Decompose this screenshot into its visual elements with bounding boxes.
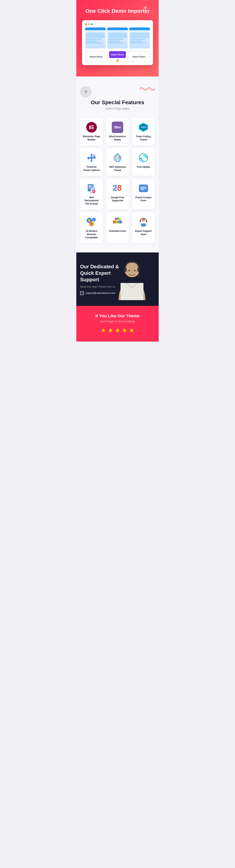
seo-label: SEO Optimized Theme bbox=[109, 165, 126, 172]
gear-label: Powerful Theme Options bbox=[83, 165, 100, 172]
support-title: Our Dedicated & Quick Expert Support bbox=[80, 264, 122, 283]
demo-screenshot-2 bbox=[107, 28, 128, 49]
feature-card-woocommerce: Woo WooCommerce Ready bbox=[106, 118, 129, 145]
features-grid: Elementor Page Builder Woo WooCommerce R… bbox=[80, 118, 155, 243]
svg-rect-60 bbox=[140, 220, 141, 222]
svg-rect-35 bbox=[116, 184, 117, 192]
star-4: ★ bbox=[122, 327, 127, 334]
feature-card-unlimited-color: Unlimited Color bbox=[106, 212, 129, 243]
svg-text:8: 8 bbox=[117, 183, 122, 192]
feature-card-clean-coding: </> Clean Coding Theme bbox=[132, 118, 155, 145]
svg-rect-9 bbox=[91, 160, 92, 162]
support-icon bbox=[138, 216, 149, 228]
update-icon bbox=[138, 152, 149, 163]
fluent-icon bbox=[138, 183, 149, 194]
feature-card-powerful-theme: Powerful Theme Options bbox=[80, 148, 103, 176]
feature-card-expert-support: Expert Support Team bbox=[132, 212, 155, 243]
cursor-icon: ☝ bbox=[115, 58, 120, 62]
rating-subtitle: Don't Forget To Give Us Rating! bbox=[80, 320, 155, 323]
svg-rect-52 bbox=[118, 220, 119, 223]
seo-icon bbox=[112, 152, 123, 163]
color-label: Unlimited Color bbox=[109, 229, 126, 233]
svg-point-68 bbox=[128, 270, 130, 272]
svg-point-47 bbox=[91, 223, 92, 225]
email-icon: ✉ bbox=[80, 291, 84, 295]
svg-point-17 bbox=[94, 155, 94, 156]
elementor-label: Elementor Page Builder bbox=[83, 135, 100, 142]
font-icon: 2 8 bbox=[112, 183, 123, 194]
browser-dot-green bbox=[91, 23, 93, 25]
import-demo-btn-3[interactable]: Import Demo bbox=[128, 51, 150, 62]
demo-buttons: Import Demo Import Demo ☝ Import Demo bbox=[85, 51, 150, 62]
svg-point-56 bbox=[115, 218, 117, 220]
gear-icon bbox=[86, 152, 97, 163]
coding-label: Clean Coding Theme bbox=[135, 135, 152, 142]
svg-rect-53 bbox=[119, 220, 121, 223]
svg-rect-50 bbox=[114, 220, 116, 223]
stars-container: ★ ★ ★ ★ ★ bbox=[80, 327, 155, 334]
svg-point-69 bbox=[134, 270, 136, 272]
update-label: Free Update bbox=[135, 165, 152, 169]
feature-card-fluent-contact: Fluent Contact Form bbox=[132, 179, 155, 209]
support-email: ✉ support@radiustheme.com bbox=[80, 291, 122, 295]
svg-text:e: e bbox=[93, 219, 94, 221]
feature-card-google-font: 2 8 Google Font Supported bbox=[106, 179, 129, 209]
doc-label: Well Documented File Include bbox=[83, 196, 100, 206]
hero-section: One Click Demo Importer bbox=[76, 0, 159, 76]
feature-card-all-browser: e All Modern Browser Compatible bbox=[80, 212, 103, 243]
woo-label: WooCommerce Ready bbox=[109, 135, 126, 142]
feature-card-free-update: Free Update bbox=[132, 148, 155, 176]
feature-decoration-cross: ✚ bbox=[80, 86, 92, 97]
demo-screenshot-1 bbox=[85, 28, 106, 49]
feature-card-elementor: Elementor Page Builder bbox=[80, 118, 103, 145]
svg-rect-62 bbox=[141, 223, 146, 226]
woo-icon: Woo bbox=[112, 122, 123, 133]
star-5: ★ bbox=[129, 327, 134, 334]
svg-rect-0 bbox=[90, 126, 91, 129]
svg-rect-61 bbox=[146, 220, 147, 222]
feature-card-seo: SEO Optimized Theme bbox=[106, 148, 129, 176]
font-label: Google Font Supported bbox=[109, 196, 126, 203]
demo-screenshot-3 bbox=[129, 28, 150, 49]
fluent-label: Fluent Contact Form bbox=[135, 196, 152, 203]
svg-rect-8 bbox=[91, 154, 92, 156]
svg-rect-65 bbox=[124, 268, 127, 272]
svg-rect-64 bbox=[121, 283, 143, 300]
svg-rect-27 bbox=[89, 185, 92, 186]
support-label: Expert Support Team bbox=[135, 229, 152, 236]
svg-point-67 bbox=[138, 275, 140, 277]
doc-icon bbox=[86, 183, 97, 194]
import-demo-btn-2[interactable]: Import Demo bbox=[109, 51, 126, 58]
features-title: Our Special Features bbox=[80, 99, 155, 105]
elementor-icon bbox=[86, 122, 97, 133]
support-section: Our Dedicated & Quick Expert Support Nee… bbox=[76, 252, 159, 306]
browser-dot-yellow bbox=[88, 23, 90, 25]
svg-rect-3 bbox=[91, 128, 94, 129]
hero-decoration bbox=[143, 6, 155, 17]
demo-browser: Import Demo Import Demo ☝ Import Demo bbox=[82, 20, 153, 65]
star-1: ★ bbox=[101, 327, 106, 334]
svg-rect-1 bbox=[91, 126, 94, 126]
import-demo-btn-1[interactable]: Import Demo bbox=[85, 51, 107, 62]
svg-point-7 bbox=[90, 156, 93, 159]
svg-point-42 bbox=[88, 219, 90, 221]
coding-icon: </> bbox=[138, 122, 149, 133]
browser-icon: e bbox=[86, 216, 97, 228]
support-subtitle: Need Any Help? Please Mail Us bbox=[80, 285, 122, 288]
support-content: Our Dedicated & Quick Expert Support Nee… bbox=[80, 264, 122, 295]
demo-screenshots bbox=[85, 28, 150, 49]
support-email-text: support@radiustheme.com bbox=[86, 291, 115, 294]
svg-rect-51 bbox=[116, 220, 118, 223]
wave-decoration bbox=[140, 86, 155, 91]
color-icon bbox=[112, 216, 123, 228]
star-2: ★ bbox=[108, 327, 113, 334]
browser-label: All Modern Browser Compatible bbox=[83, 229, 100, 239]
browser-dot-red bbox=[85, 23, 87, 25]
svg-text:</>: </> bbox=[141, 125, 146, 129]
svg-rect-28 bbox=[89, 186, 93, 187]
rating-title: If You Like Our Theme bbox=[80, 313, 155, 318]
star-3: ★ bbox=[115, 327, 120, 334]
rating-section: If You Like Our Theme Don't Forget To Gi… bbox=[76, 306, 159, 342]
browser-dots bbox=[85, 23, 150, 25]
features-subtitle: Useful Things Matter bbox=[80, 107, 155, 110]
